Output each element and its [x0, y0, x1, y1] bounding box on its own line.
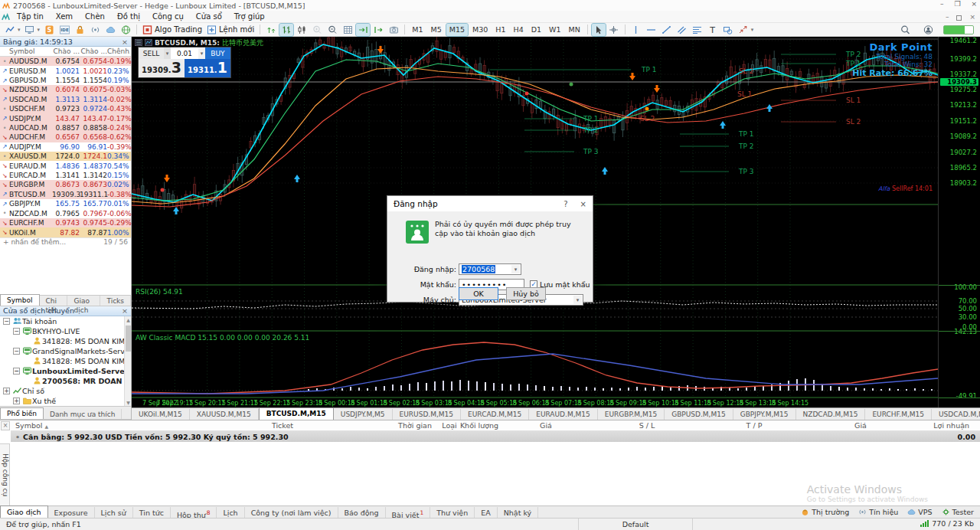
- timeframe-h4[interactable]: H4: [511, 24, 527, 36]
- market-watch-row[interactable]: ↘EURAUD.M1.48361.48370.54%: [0, 161, 131, 170]
- navigator-close-icon[interactable]: ×: [122, 306, 128, 315]
- tab-symbol[interactable]: Symbol: [0, 294, 40, 306]
- market-watch-row[interactable]: •AUDCAD.M0.88570.8858-0.24%: [0, 123, 131, 132]
- market-watch-close-icon[interactable]: ×: [122, 38, 128, 46]
- scroll-down-icon[interactable]: ▼: [125, 399, 132, 406]
- market-watch-row[interactable]: •AUDUSD.M0.67540.6754-0.19%: [0, 57, 131, 66]
- volume-dropdown-icon[interactable]: ▾: [198, 47, 205, 59]
- toolbox-column-6[interactable]: S / L: [601, 421, 693, 430]
- tree-item-6[interactable]: 2700568: MR DOAN CAT KI: [0, 376, 131, 386]
- minimize-icon[interactable]: –: [940, 0, 944, 8]
- column-header-4[interactable]: Chênh...: [107, 47, 130, 55]
- channel-button[interactable]: [675, 24, 689, 36]
- tab-phổ-biến[interactable]: Phổ biến: [0, 407, 44, 419]
- column-header-3[interactable]: Chào ...: [80, 47, 107, 55]
- market-watch-row[interactable]: ↗USDJPY.M143.47143.47-0.17%: [0, 113, 131, 123]
- add-symbol-button[interactable]: + nhấn để thêm...: [3, 238, 66, 247]
- toolbox-tab-nh-t-k-[interactable]: Nhật ký: [498, 507, 538, 518]
- algo-trading-button[interactable]: Algo Trading: [141, 24, 204, 36]
- timeframe-d1[interactable]: D1: [528, 24, 544, 36]
- market-watch-row[interactable]: •XAUUSD.M1724.01724.10.34%: [0, 152, 131, 161]
- tab-danh-mục-ưa-thích[interactable]: Danh mục ưa thích: [44, 409, 122, 419]
- toolbox-column-9[interactable]: Lợi nhuận: [933, 421, 969, 430]
- toolbox-tab-b-o-ng[interactable]: Báo động: [338, 507, 386, 518]
- child-restore-icon[interactable]: [956, 15, 962, 21]
- text-tool-button[interactable]: T: [706, 24, 720, 36]
- market-watch-row[interactable]: ↘EURGBP.M0.86730.86730.02%: [0, 180, 131, 189]
- tree-item-7[interactable]: +Chỉ số: [0, 386, 131, 396]
- toolbox-tab-tin-t-c[interactable]: Tin tức: [133, 507, 171, 518]
- collapse-icon[interactable]: −: [3, 318, 10, 325]
- login-input[interactable]: 2700568 ▾: [459, 263, 521, 275]
- menu-item-5[interactable]: Cửa sổ: [190, 11, 228, 23]
- tree-item-4[interactable]: 341828: MS DOAN KIM CAT I: [0, 356, 131, 366]
- market-watch-row[interactable]: ↗GBPJPY.M165.75165.770.01%: [0, 199, 131, 208]
- toolbox-tab-th-vi-n[interactable]: Thư viện: [430, 507, 475, 518]
- dropdown-icon[interactable]: ▾: [18, 27, 21, 33]
- collapse-icon[interactable]: −: [13, 328, 20, 335]
- chart-tab-eurchf-m-m15[interactable]: EURCHF.M,M15: [865, 409, 932, 420]
- chart-shift-button[interactable]: [371, 24, 385, 36]
- market-watch-row[interactable]: ↗EURUSD.M1.00211.00210.23%: [0, 66, 131, 75]
- monitor-button[interactable]: [23, 24, 37, 36]
- collapse-icon[interactable]: −: [13, 348, 20, 355]
- tree-item-5[interactable]: −LunbouxLimited-Server: [0, 366, 131, 376]
- community-button[interactable]: [119, 24, 132, 36]
- menu-item-0[interactable]: Tập tin: [11, 11, 50, 23]
- dropdown-icon[interactable]: ▾: [38, 27, 41, 33]
- toolbox-tab-exposure[interactable]: Exposure: [48, 507, 95, 518]
- timeframe-m15[interactable]: M15: [446, 24, 468, 36]
- market-watch-row[interactable]: ↗GBPUSD.M1.15541.15540.19%: [0, 76, 131, 85]
- toolbox-column-8[interactable]: Giá: [815, 421, 906, 430]
- grid-button[interactable]: [341, 24, 354, 36]
- login-dropdown-icon[interactable]: ▾: [511, 265, 520, 273]
- tree-item-0[interactable]: −Tài khoản: [0, 316, 131, 326]
- price-axis[interactable]: 19461.219399.219337.219275.219213.219151…: [938, 37, 980, 407]
- restore-icon[interactable]: ❒: [954, 0, 960, 8]
- tab-giao-dịch[interactable]: Giao dịch: [67, 296, 100, 306]
- toolbox-column-7[interactable]: T / P: [708, 421, 800, 430]
- lock-button[interactable]: [73, 24, 87, 36]
- arrows-tool-button[interactable]: [737, 24, 750, 36]
- toolbox-tab-l-ch-s-[interactable]: Lịch sử: [95, 507, 133, 518]
- timeframe-m30[interactable]: M30: [469, 24, 491, 36]
- market-watch-row[interactable]: ↘NZDUSD.M0.60740.6075-0.03%: [0, 85, 131, 94]
- candle-chart-button[interactable]: [295, 24, 309, 36]
- market-watch-row[interactable]: ↘AUDCHF.M0.65670.6568-0.62%: [0, 132, 131, 142]
- toolbox-column-0[interactable]: Symbol▲: [15, 421, 48, 430]
- vertical-line-button[interactable]: [629, 24, 643, 36]
- expand-icon[interactable]: +: [13, 398, 20, 404]
- toolbox-tab-b-i-vi-t[interactable]: Bài viết1: [386, 507, 431, 518]
- zoom-out-button[interactable]: [325, 24, 339, 36]
- close-icon[interactable]: ×: [971, 0, 977, 8]
- toolbox-tab-giao-d-ch[interactable]: Giao dịch: [0, 505, 48, 518]
- bar-chart-button[interactable]: [279, 24, 293, 36]
- chart-tab-gbpjpy-m-m15[interactable]: GBPJPY.M,M15: [733, 409, 796, 420]
- shortcut-th-tr-ng[interactable]: Thị trường: [801, 508, 849, 516]
- column-header-2[interactable]: Chào ...: [52, 47, 80, 55]
- tree-item-3[interactable]: −GrandSignalMarkets-Server: [0, 346, 131, 356]
- ok-button[interactable]: OK: [459, 287, 498, 300]
- dialog-help-icon[interactable]: ?: [564, 200, 567, 208]
- dialog-title-bar[interactable]: Đăng nhập ? ×: [387, 196, 593, 211]
- collapse-icon[interactable]: −: [13, 368, 20, 375]
- cloud-button[interactable]: [103, 24, 117, 36]
- toolbox-close-icon[interactable]: ×: [1, 421, 10, 430]
- shapes-button[interactable]: [721, 24, 735, 36]
- auto-scroll-button[interactable]: [356, 24, 370, 36]
- profile-button[interactable]: [921, 24, 935, 36]
- tree-item-8[interactable]: +Xu thế: [0, 396, 131, 406]
- buy-price-button[interactable]: 19311. 1: [185, 59, 230, 77]
- chart-tab-usdjpy-m-m5[interactable]: USDJPY.M,M5: [334, 409, 393, 420]
- market-watch-row[interactable]: •USDCHF.M0.97230.9724-0.43%: [0, 104, 131, 113]
- timeframe-h1[interactable]: H1: [492, 24, 508, 36]
- market-watch-row[interactable]: ↘EURCAD.M1.31411.31420.15%: [0, 171, 131, 180]
- scroll-up-icon[interactable]: ▲: [125, 316, 132, 323]
- market-watch-row[interactable]: ↗AUDJPY.M96.9096.91-0.39%: [0, 142, 131, 152]
- zoom-in-button[interactable]: [310, 24, 324, 36]
- shortcut-t-n-hi-u[interactable]: Tín hiệu: [858, 508, 898, 516]
- toolbox-column-1[interactable]: Ticket: [237, 421, 328, 430]
- chart-shift-icon[interactable]: [145, 39, 152, 46]
- chart-tab-xauusd-m-m15[interactable]: XAUUSD.M,M15: [190, 409, 259, 420]
- child-close-icon[interactable]: ×: [969, 13, 975, 21]
